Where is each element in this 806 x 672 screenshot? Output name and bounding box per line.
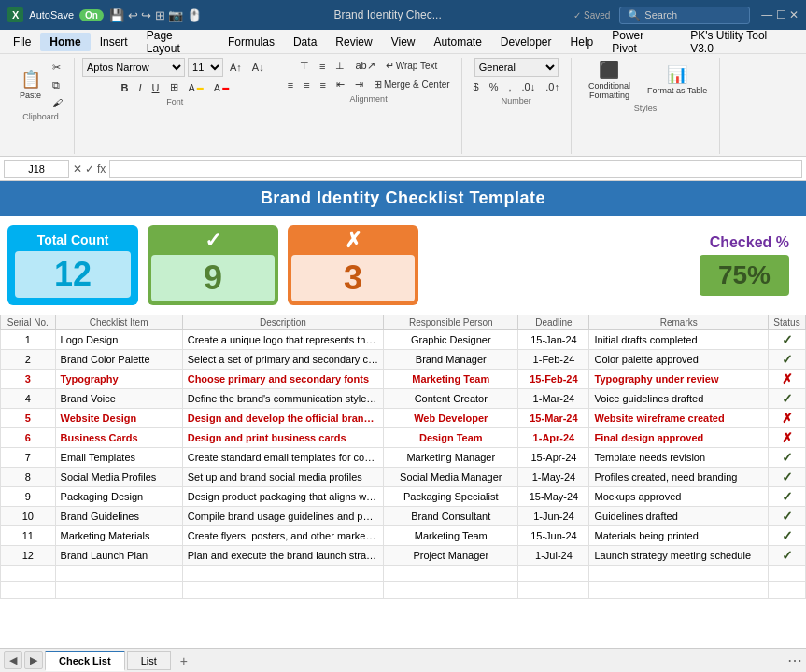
decrease-decimal-button[interactable]: .0↓ — [518, 79, 540, 94]
orientation-button[interactable]: ab↗ — [351, 58, 378, 74]
menu-data[interactable]: Data — [284, 33, 326, 51]
menu-home[interactable]: Home — [40, 33, 90, 51]
table-cell: ✓ — [769, 350, 806, 370]
table-cell: 15-Feb-24 — [518, 370, 589, 389]
menu-pk-utility[interactable]: PK's Utility Tool V3.0 — [681, 26, 802, 58]
format-painter-button[interactable]: 🖌 — [49, 95, 66, 110]
table-row: 8Social Media ProfilesSet up and brand s… — [1, 468, 806, 487]
menu-formulas[interactable]: Formulas — [219, 33, 284, 51]
number-group: General $ % , .0↓ .0↑ Number — [462, 58, 572, 154]
add-sheet-button[interactable]: + — [173, 651, 195, 670]
wrap-text-button[interactable]: ↵ Wrap Text — [382, 58, 442, 74]
align-right-button[interactable]: ≡ — [317, 77, 330, 92]
table-cell: 6 — [1, 428, 56, 448]
increase-indent-button[interactable]: ⇥ — [351, 77, 367, 92]
table-cell: Profiles created, need branding — [589, 468, 769, 487]
cancel-formula-icon[interactable]: ✕ — [73, 162, 82, 175]
number-row2: $ % , .0↓ .0↑ — [470, 79, 563, 94]
menu-file[interactable]: File — [4, 33, 40, 51]
menu-review[interactable]: Review — [326, 33, 381, 51]
align-top-button[interactable]: ⊤ — [296, 58, 313, 74]
window-controls[interactable]: — ☐ ✕ — [761, 8, 799, 21]
menu-power-pivot[interactable]: Power Pivot — [602, 26, 681, 58]
conditional-formatting-label: Conditional Formatting — [584, 81, 635, 100]
font-shrink-button[interactable]: A↓ — [248, 60, 268, 75]
styles-row: ⬛ Conditional Formatting 📊 Format as Tab… — [579, 58, 712, 102]
sheet-tab-checklist[interactable]: Check List — [45, 651, 125, 671]
align-bottom-button[interactable]: ⊥ — [332, 58, 348, 74]
table-cell: Select a set of primary and secondary co… — [182, 350, 383, 370]
toolbar-icons: 💾 ↩ ↪ ⊞ 📷 🖱️ — [109, 8, 202, 22]
table-cell: Marketing Materials — [55, 526, 182, 546]
table-cell: Brand Launch Plan — [55, 546, 182, 566]
table-cell: Template needs revision — [589, 448, 769, 468]
search-box[interactable]: 🔍 Search — [619, 7, 750, 24]
bold-button[interactable]: B — [118, 80, 133, 95]
table-cell: 7 — [1, 448, 56, 468]
total-count-label: Total Count — [37, 232, 109, 247]
align-middle-button[interactable]: ≡ — [316, 59, 329, 74]
table-row: 2Brand Color PaletteSelect a set of prim… — [1, 350, 806, 370]
table-cell: ✓ — [769, 448, 806, 468]
font-grow-button[interactable]: A↑ — [226, 60, 246, 75]
font-family-select[interactable]: Aptos Narrow — [82, 58, 185, 77]
copy-button[interactable]: ⧉ — [49, 77, 66, 93]
table-cell: 4 — [1, 389, 56, 409]
saved-status: ✓ Saved — [573, 10, 610, 21]
table-cell: 2 — [1, 350, 56, 370]
table-row: 7Email TemplatesCreate standard email te… — [1, 448, 806, 468]
confirm-formula-icon[interactable]: ✓ — [85, 162, 94, 175]
unchecked-count-value: 3 — [291, 255, 415, 301]
search-label: Search — [644, 9, 677, 21]
underline-button[interactable]: U — [148, 80, 163, 95]
sheet-tab-list[interactable]: List — [127, 651, 171, 670]
font-color-button[interactable]: A▬ — [210, 80, 233, 95]
conditional-formatting-button[interactable]: ⬛ Conditional Formatting — [579, 58, 640, 102]
sheet-nav-prev[interactable]: ◀ — [4, 651, 22, 669]
table-cell: Brand Consultant — [384, 507, 518, 526]
format-as-table-button[interactable]: 📊 Format as Table — [643, 63, 712, 97]
menu-bar: File Home Insert Page Layout Formulas Da… — [0, 30, 806, 54]
table-row: 9Packaging DesignDesign product packagin… — [1, 487, 806, 507]
menu-insert[interactable]: Insert — [91, 33, 137, 51]
menu-help[interactable]: Help — [561, 33, 603, 51]
col-person: Responsible Person — [384, 315, 518, 330]
table-cell: Set up and brand social media profiles — [182, 468, 383, 487]
table-cell: Brand Voice — [55, 389, 182, 409]
paste-button[interactable]: 📋 Paste — [15, 67, 46, 102]
currency-button[interactable]: $ — [470, 79, 483, 94]
italic-button[interactable]: I — [134, 80, 145, 95]
decrease-indent-button[interactable]: ⇤ — [332, 77, 348, 92]
sheet-nav-next[interactable]: ▶ — [24, 651, 43, 669]
merge-center-button[interactable]: ⊞ Merge & Center — [370, 77, 454, 92]
comma-button[interactable]: , — [504, 79, 515, 94]
menu-view[interactable]: View — [382, 33, 425, 51]
number-format-select[interactable]: General — [474, 58, 559, 77]
menu-page-layout[interactable]: Page Layout — [137, 26, 219, 58]
table-cell: Create a unique logo that represents the… — [182, 330, 383, 350]
formula-input[interactable] — [109, 160, 802, 178]
table-cell: 3 — [1, 370, 56, 389]
font-row2: B I U ⊞ A▬ A▬ — [118, 79, 233, 95]
wrap-text-label: Wrap Text — [396, 61, 438, 71]
fill-color-button[interactable]: A▬ — [185, 80, 207, 95]
align-center-button[interactable]: ≡ — [300, 77, 313, 92]
table-cell: Packaging Specialist — [384, 487, 518, 507]
insert-function-icon[interactable]: fx — [97, 162, 106, 175]
table-cell: 1-May-24 — [518, 468, 589, 487]
sheet-options-icon[interactable]: ⋯ — [787, 651, 802, 669]
border-button[interactable]: ⊞ — [166, 79, 182, 95]
table-row: 12Brand Launch PlanPlan and execute the … — [1, 546, 806, 566]
table-cell: Guidelines drafted — [589, 507, 769, 526]
menu-automate[interactable]: Automate — [424, 33, 490, 51]
autosave-toggle[interactable]: On — [79, 9, 104, 21]
cut-button[interactable]: ✂ — [49, 60, 66, 76]
font-group: Aptos Narrow 11 A↑ A↓ B I U ⊞ A▬ A▬ Font — [75, 58, 276, 154]
cell-reference-input[interactable] — [4, 160, 69, 178]
increase-decimal-button[interactable]: .0↑ — [542, 79, 563, 94]
font-size-select[interactable]: 11 — [188, 58, 223, 77]
align-left-button[interactable]: ≡ — [284, 77, 297, 92]
menu-developer[interactable]: Developer — [491, 33, 561, 51]
table-cell: 1-Feb-24 — [518, 350, 589, 370]
percent-button[interactable]: % — [486, 79, 502, 94]
